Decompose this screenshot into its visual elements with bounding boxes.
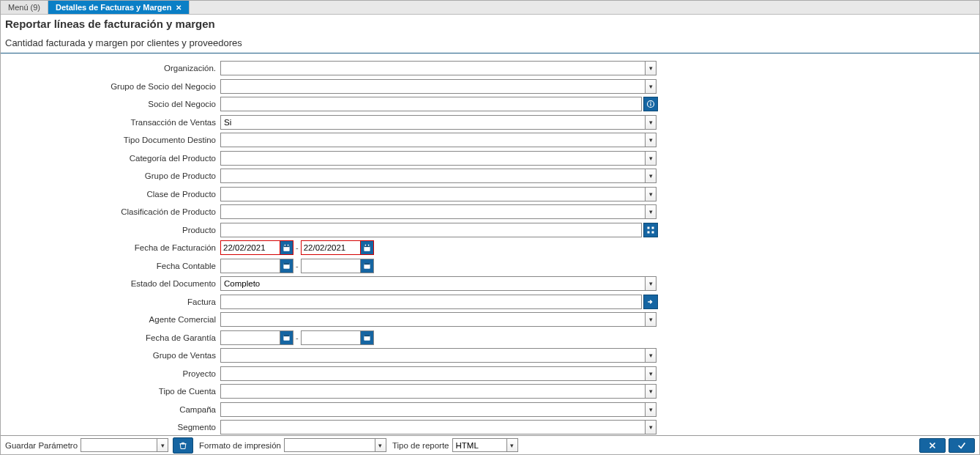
svg-rect-6: [652, 231, 654, 233]
categoria-producto-input[interactable]: [220, 151, 657, 166]
agente-comercial-input[interactable]: [220, 312, 657, 327]
grid-icon: [646, 226, 655, 234]
fecha-contable-to-calendar-button[interactable]: [361, 259, 374, 273]
footer-actions: [919, 438, 976, 453]
fecha-garantia-from-input[interactable]: [220, 330, 280, 345]
grupo-producto-dropdown-icon[interactable]: ▾: [645, 169, 657, 183]
arrow-icon: [646, 297, 655, 306]
label-categoria-producto: Categoría del Producto: [1, 154, 220, 163]
formato-impresion-input[interactable]: [284, 438, 386, 452]
tab-detalles[interactable]: Detalles de Facturas y Margen ✕: [48, 1, 190, 14]
svg-rect-3: [648, 226, 650, 229]
fecha-facturacion-from-calendar-button[interactable]: [280, 240, 293, 255]
guardar-parametro-input[interactable]: [81, 438, 168, 452]
campana-dropdown-icon[interactable]: ▾: [645, 402, 657, 417]
label-fecha-contable: Fecha Contable: [1, 262, 220, 270]
campana-input[interactable]: [220, 402, 657, 417]
organizacion-input[interactable]: [220, 61, 657, 75]
label-agente-comercial: Agente Comercial: [1, 315, 220, 324]
svg-rect-14: [368, 244, 369, 245]
fecha-garantia-to-input[interactable]: [301, 330, 361, 345]
grupo-producto-input[interactable]: [220, 169, 657, 183]
tab-bar: Menú (9) Detalles de Facturas y Margen ✕: [1, 1, 979, 15]
label-transaccion-ventas: Transacción de Ventas: [1, 118, 220, 127]
grupo-socio-input[interactable]: [220, 79, 657, 94]
tipo-doc-destino-dropdown-icon[interactable]: ▾: [645, 133, 657, 147]
fecha-contable-to-input[interactable]: [301, 259, 361, 273]
calendar-icon: [363, 333, 371, 341]
tab-menu[interactable]: Menú (9): [1, 1, 48, 14]
label-segmento: Segmento: [1, 423, 220, 432]
tipo-reporte-dropdown-icon[interactable]: ▾: [506, 438, 518, 452]
close-tab-icon[interactable]: ✕: [176, 4, 182, 12]
estado-documento-input[interactable]: [220, 276, 657, 291]
fecha-garantia-to-wrap: [301, 330, 374, 345]
tipo-cuenta-dropdown-icon[interactable]: ▾: [645, 384, 657, 399]
calendar-icon: [283, 244, 291, 252]
date-range-separator: -: [293, 262, 301, 270]
fecha-facturacion-to-input[interactable]: [301, 240, 361, 255]
fecha-garantia-to-calendar-button[interactable]: [361, 330, 374, 345]
grupo-ventas-input[interactable]: [220, 348, 657, 363]
grupo-socio-dropdown-icon[interactable]: ▾: [645, 79, 657, 94]
segmento-dropdown-icon[interactable]: ▾: [645, 420, 657, 434]
fecha-garantia-from-calendar-button[interactable]: [280, 330, 293, 345]
producto-lookup-button[interactable]: [643, 223, 658, 237]
fecha-facturacion-to-wrap: [301, 240, 374, 255]
calendar-icon: [363, 244, 371, 252]
estado-documento-dropdown-icon[interactable]: ▾: [645, 276, 657, 291]
fecha-garantia-from-wrap: [220, 330, 293, 345]
label-factura: Factura: [1, 297, 220, 306]
categoria-producto-dropdown-icon[interactable]: ▾: [645, 151, 657, 166]
svg-rect-16: [283, 263, 289, 265]
footer-bar: Guardar Parámetro ▾ Formato de impresión…: [1, 435, 979, 454]
label-estado-documento: Estado del Documento: [1, 279, 220, 288]
formato-impresion-dropdown-icon[interactable]: ▾: [375, 438, 386, 452]
formato-impresion-field: ▾: [284, 438, 386, 452]
date-range-separator: -: [293, 243, 301, 252]
clasificacion-producto-input[interactable]: [220, 204, 657, 219]
clase-producto-dropdown-icon[interactable]: ▾: [645, 187, 657, 201]
form-scroll-area[interactable]: Organización. ▾ Grupo de Socio del Negoc…: [1, 56, 979, 435]
organizacion-dropdown-icon[interactable]: ▾: [645, 61, 657, 75]
guardar-parametro-field: ▾: [81, 438, 168, 452]
proyecto-dropdown-icon[interactable]: ▾: [645, 366, 657, 381]
grupo-ventas-dropdown-icon[interactable]: ▾: [645, 348, 657, 363]
tipo-doc-destino-input[interactable]: [220, 133, 657, 147]
agente-comercial-dropdown-icon[interactable]: ▾: [645, 312, 657, 327]
fecha-facturacion-from-input[interactable]: [220, 240, 280, 255]
factura-input[interactable]: [220, 295, 642, 309]
label-grupo-ventas: Grupo de Ventas: [1, 351, 220, 360]
svg-point-2: [650, 102, 651, 103]
label-tipo-cuenta: Tipo de Cuenta: [1, 387, 220, 396]
fecha-contable-from-input[interactable]: [220, 259, 280, 273]
page-header: Reportar líneas de facturación y margen: [1, 15, 979, 32]
report-form: Organización. ▾ Grupo de Socio del Negoc…: [1, 56, 975, 435]
clasificacion-producto-dropdown-icon[interactable]: ▾: [645, 204, 657, 219]
label-proyecto: Proyecto: [1, 369, 220, 378]
segmento-input[interactable]: [220, 420, 657, 434]
tab-menu-label: Menú (9): [8, 3, 40, 12]
close-icon: [927, 440, 938, 451]
guardar-parametro-dropdown-icon[interactable]: ▾: [157, 438, 168, 452]
clase-producto-input[interactable]: [220, 187, 657, 201]
factura-lookup-button[interactable]: [643, 295, 658, 309]
socio-input[interactable]: [220, 97, 642, 111]
label-campana: Campaña: [1, 405, 220, 414]
proyecto-input[interactable]: [220, 366, 657, 381]
page-subtitle: Cantidad facturada y margen por clientes…: [1, 32, 979, 53]
fecha-facturacion-to-calendar-button[interactable]: [361, 240, 374, 255]
svg-rect-9: [285, 244, 285, 245]
tipo-cuenta-input[interactable]: [220, 384, 657, 399]
date-range-separator: -: [293, 333, 301, 342]
cancel-button[interactable]: [919, 438, 946, 453]
label-fecha-facturacion: Fecha de Facturación: [1, 243, 220, 252]
socio-lookup-button[interactable]: [643, 97, 658, 111]
fecha-contable-from-calendar-button[interactable]: [280, 259, 293, 273]
confirm-button[interactable]: [949, 438, 975, 453]
page-title: Reportar líneas de facturación y margen: [5, 18, 975, 30]
transaccion-ventas-input[interactable]: [220, 115, 657, 130]
delete-parametro-button[interactable]: [173, 437, 193, 454]
transaccion-ventas-dropdown-icon[interactable]: ▾: [645, 115, 657, 130]
producto-input[interactable]: [220, 223, 642, 237]
